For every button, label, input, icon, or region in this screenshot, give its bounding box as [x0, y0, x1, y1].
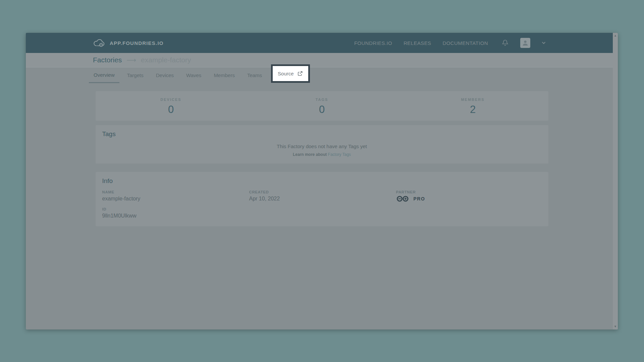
app-title: APP.FOUNDRIES.IO: [110, 40, 164, 46]
top-navbar: APP.FOUNDRIES.IO FOUNDRIES.IO RELEASES D…: [26, 33, 618, 53]
stat-tags-label: TAGS: [247, 98, 397, 102]
tags-card-title: Tags: [102, 130, 542, 138]
name-label: NAME: [102, 190, 249, 194]
account-chevron-down-icon[interactable]: [542, 42, 546, 44]
info-field-partner: PARTNER PRO: [396, 190, 542, 202]
tab-source-highlighted[interactable]: Source: [271, 64, 310, 83]
info-field-name: NAME example-factory: [102, 190, 249, 202]
tab-waves[interactable]: Waves: [181, 67, 206, 83]
scroll-up-arrow-icon[interactable]: ▲: [614, 34, 617, 37]
stat-devices-value: 0: [96, 104, 247, 116]
app-logo[interactable]: APP.FOUNDRIES.IO: [93, 39, 164, 47]
stat-tags-value: 0: [247, 104, 397, 116]
nav-link-releases[interactable]: RELEASES: [404, 40, 431, 46]
main-content: DEVICES 0 TAGS 0 MEMBERS 2 Tags This Fac…: [96, 91, 548, 226]
info-field-id: ID 9lln1M0Ulkww: [102, 207, 249, 219]
scroll-down-arrow-icon[interactable]: ▼: [614, 325, 617, 328]
stat-tags[interactable]: TAGS 0: [247, 96, 397, 116]
arduino-infinity-logo-icon: [396, 195, 411, 202]
info-field-created: CREATED Apr 10, 2022: [249, 190, 396, 202]
screen: APP.FOUNDRIES.IO FOUNDRIES.IO RELEASES D…: [0, 0, 644, 362]
stat-devices[interactable]: DEVICES 0: [96, 96, 247, 116]
id-label: ID: [102, 207, 249, 211]
external-link-icon: [297, 70, 303, 77]
user-avatar[interactable]: [520, 38, 530, 48]
breadcrumb-factories-link[interactable]: Factories: [93, 56, 122, 64]
cloud-logo-icon: [93, 39, 106, 47]
name-value: example-factory: [102, 196, 249, 202]
tags-empty-message: This Factory does not have any Tags yet: [102, 143, 542, 149]
nav-link-foundries-io[interactable]: FOUNDRIES.IO: [354, 40, 392, 46]
created-value: Apr 10, 2022: [249, 196, 396, 202]
notifications-bell-icon[interactable]: [501, 39, 509, 47]
factory-tab-bar: Overview Targets Devices Waves Members T…: [26, 67, 618, 83]
navbar-right: FOUNDRIES.IO RELEASES DOCUMENTATION: [354, 38, 546, 48]
learn-more-prefix: Learn more about: [293, 152, 328, 157]
breadcrumb-current-factory: example-factory: [141, 56, 191, 64]
tags-card: Tags This Factory does not have any Tags…: [96, 125, 548, 164]
partner-label: PARTNER: [396, 190, 542, 194]
tab-members[interactable]: Members: [209, 67, 239, 83]
stat-members-value: 2: [397, 104, 548, 116]
breadcrumb: Factories ⟶ example-factory: [26, 53, 618, 67]
stat-members-label: MEMBERS: [397, 98, 548, 102]
tab-source-label: Source: [278, 71, 294, 76]
factory-tags-link[interactable]: Factory Tags: [328, 152, 351, 157]
id-value: 9lln1M0Ulkww: [102, 213, 249, 219]
info-card: Info NAME example-factory CREATED Apr 10…: [96, 172, 548, 226]
info-grid: NAME example-factory CREATED Apr 10, 202…: [102, 190, 542, 219]
partner-pro-text: PRO: [414, 196, 425, 201]
factory-stats-card: DEVICES 0 TAGS 0 MEMBERS 2: [96, 91, 548, 121]
tags-learn-more: Learn more about Factory Tags: [102, 152, 542, 157]
stat-members[interactable]: MEMBERS 2: [397, 96, 548, 116]
stat-devices-label: DEVICES: [96, 98, 247, 102]
created-label: CREATED: [249, 190, 396, 194]
vertical-scrollbar[interactable]: ▲ ▼: [613, 33, 618, 329]
partner-value: PRO: [396, 195, 542, 202]
tab-overview[interactable]: Overview: [89, 67, 119, 83]
info-card-title: Info: [102, 177, 542, 185]
breadcrumb-arrow-icon: ⟶: [126, 56, 136, 64]
tab-teams[interactable]: Teams: [243, 67, 267, 83]
app-window: APP.FOUNDRIES.IO FOUNDRIES.IO RELEASES D…: [26, 33, 618, 329]
tab-targets[interactable]: Targets: [122, 67, 148, 83]
nav-link-documentation[interactable]: DOCUMENTATION: [443, 40, 488, 46]
tab-devices[interactable]: Devices: [151, 67, 178, 83]
